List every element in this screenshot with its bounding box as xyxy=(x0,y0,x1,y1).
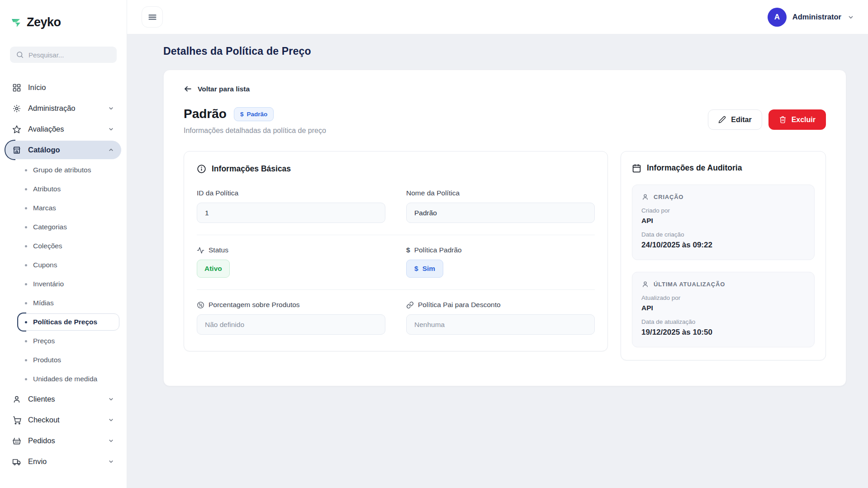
created-by-value: API xyxy=(641,217,805,225)
sidebar-subitem-politicas-de-precos[interactable]: Políticas de Preços xyxy=(18,313,119,331)
update-audit-card: ÚLTIMA ATUALIZAÇÃO Atualizado por API Da… xyxy=(632,272,815,347)
bullet-icon xyxy=(25,283,27,285)
sidebar-subitem-atributos[interactable]: Atributos xyxy=(18,180,119,198)
cart-icon xyxy=(12,416,21,425)
creation-date-label: Data de criação xyxy=(641,231,805,238)
grid-icon xyxy=(12,83,21,92)
sidebar-item-administracao[interactable]: Administração xyxy=(5,99,121,118)
dollar-icon xyxy=(414,265,418,273)
trash-icon xyxy=(779,116,787,123)
sidebar-item-checkout[interactable]: Checkout xyxy=(5,411,121,429)
edit-button[interactable]: Editar xyxy=(708,109,762,130)
sidebar: Zeyko Pesquisar... Início Administração xyxy=(0,0,127,488)
update-date-value: 19/12/2025 às 10:50 xyxy=(641,328,805,337)
default-policy-value-badge: Sim xyxy=(406,260,443,278)
chevron-down-icon xyxy=(108,458,114,465)
sidebar-subitem-marcas[interactable]: Marcas xyxy=(18,199,119,217)
bullet-icon xyxy=(25,321,27,323)
status-badge: Ativo xyxy=(197,260,230,278)
policy-name-label: Nome da Política xyxy=(406,189,595,197)
sidebar-item-inicio[interactable]: Início xyxy=(5,78,121,97)
policy-id-label: ID da Política xyxy=(197,189,385,197)
subitem-label: Políticas de Preços xyxy=(33,318,97,326)
updated-by-label: Atualizado por xyxy=(641,294,805,301)
catalog-subnav: Grupo de atributos Atributos Marcas Cate… xyxy=(0,161,127,388)
parent-policy-input[interactable]: Nenhuma xyxy=(406,314,595,335)
calendar-icon xyxy=(632,163,641,173)
creation-date-value: 24/10/2025 às 09:22 xyxy=(641,241,805,250)
sidebar-item-envio[interactable]: Envio xyxy=(5,452,121,471)
pencil-icon xyxy=(718,116,726,123)
default-policy-label: Política Padrão xyxy=(414,246,462,254)
chevron-down-icon xyxy=(108,126,114,133)
status-label: Status xyxy=(209,246,228,254)
bullet-icon xyxy=(25,264,27,266)
bullet-icon xyxy=(25,169,27,171)
sidebar-nav: Início Administração Avaliações Catálogo xyxy=(0,78,127,471)
person-icon xyxy=(12,395,21,404)
field-parent-policy: Política Pai para Desconto Nenhuma xyxy=(406,301,595,335)
audit-info-title: Informações de Auditoria xyxy=(647,163,742,173)
percent-circle-icon xyxy=(197,301,204,309)
bullet-icon xyxy=(25,245,27,247)
sidebar-subitem-grupo-de-atributos[interactable]: Grupo de atributos xyxy=(18,161,119,179)
sidebar-item-label: Catálogo xyxy=(28,146,60,154)
updated-by-value: API xyxy=(641,304,805,312)
audit-info-card: Informações de Auditoria CRIAÇÃO Criado … xyxy=(621,151,826,360)
info-icon xyxy=(197,164,206,174)
back-to-list-link[interactable]: Voltar para lista xyxy=(184,85,250,93)
gear-icon xyxy=(12,104,21,113)
sidebar-subitem-unidades-de-medida[interactable]: Unidades de medida xyxy=(18,370,119,388)
bullet-icon xyxy=(25,207,27,209)
avatar: A xyxy=(768,8,787,27)
link-icon xyxy=(406,301,414,309)
sidebar-item-clientes[interactable]: Clientes xyxy=(5,390,121,408)
sidebar-subitem-midias[interactable]: Mídias xyxy=(18,294,119,312)
person-icon xyxy=(641,280,649,288)
chevron-down-icon xyxy=(847,14,854,21)
sidebar-item-label: Checkout xyxy=(28,416,60,424)
activity-icon xyxy=(197,246,204,254)
sidebar-subitem-precos[interactable]: Preços xyxy=(18,332,119,350)
menu-toggle-button[interactable] xyxy=(142,6,163,28)
sidebar-item-catalogo[interactable]: Catálogo xyxy=(5,141,121,159)
sidebar-item-avaliacoes[interactable]: Avaliações xyxy=(5,120,121,138)
policy-name-heading: Padrão xyxy=(184,107,227,121)
search-input[interactable]: Pesquisar... xyxy=(10,47,117,63)
sidebar-subitem-produtos[interactable]: Produtos xyxy=(18,351,119,369)
user-menu[interactable]: A Administrator xyxy=(768,8,854,27)
percent-label: Porcentagem sobre Produtos xyxy=(209,301,300,309)
subitem-label: Coleções xyxy=(33,242,62,250)
field-default-policy: Política Padrão Sim xyxy=(406,246,595,278)
sidebar-subitem-inventario[interactable]: Inventário xyxy=(18,275,119,293)
subitem-label: Atributos xyxy=(33,185,61,193)
edit-button-label: Editar xyxy=(731,116,751,124)
badge-label: Padrão xyxy=(247,111,267,118)
percent-input[interactable]: Não definido xyxy=(197,314,385,335)
back-link-label: Voltar para lista xyxy=(198,85,250,93)
detail-header: Padrão Padrão Informações detalhadas da … xyxy=(184,107,826,135)
field-percent: Porcentagem sobre Produtos Não definido xyxy=(197,301,385,335)
hamburger-icon xyxy=(147,12,157,22)
delete-button[interactable]: Excluir xyxy=(768,109,826,130)
store-icon xyxy=(12,146,21,155)
update-date-label: Data de atualização xyxy=(641,318,805,325)
policy-id-input[interactable]: 1 xyxy=(197,203,385,223)
star-icon xyxy=(12,125,21,134)
subitem-label: Marcas xyxy=(33,204,56,212)
creation-header: CRIAÇÃO xyxy=(654,194,683,200)
sidebar-subitem-categorias[interactable]: Categorias xyxy=(18,218,119,236)
chevron-down-icon xyxy=(108,396,114,403)
field-policy-name: Nome da Política Padrão xyxy=(406,189,595,223)
sidebar-item-pedidos[interactable]: Pedidos xyxy=(5,431,121,450)
subitem-label: Produtos xyxy=(33,356,61,364)
chevron-down-icon xyxy=(108,417,114,423)
chevron-down-icon xyxy=(108,105,114,112)
sidebar-subitem-cupons[interactable]: Cupons xyxy=(18,256,119,274)
default-policy-value: Sim xyxy=(422,265,435,273)
update-header: ÚLTIMA ATUALIZAÇÃO xyxy=(654,281,725,288)
brand-logo[interactable]: Zeyko xyxy=(0,15,127,29)
policy-name-input[interactable]: Padrão xyxy=(406,203,595,223)
sidebar-item-label: Clientes xyxy=(28,395,55,403)
sidebar-subitem-colecoes[interactable]: Coleções xyxy=(18,237,119,255)
